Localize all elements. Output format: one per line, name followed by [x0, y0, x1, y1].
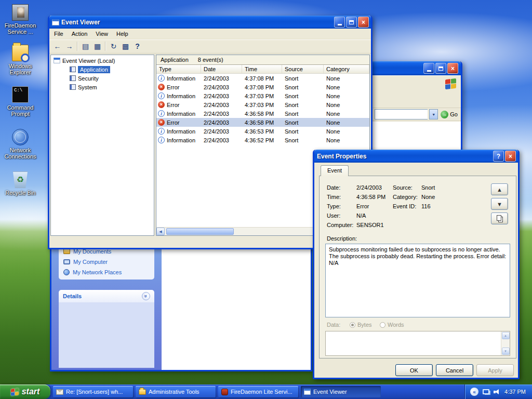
refresh-icon[interactable]: ↻: [108, 41, 119, 52]
menu-file[interactable]: File: [50, 29, 68, 38]
help-icon[interactable]: ?: [131, 41, 143, 52]
column-header-category[interactable]: Category: [324, 65, 369, 73]
desktop-icon-network-connections[interactable]: Network Connections: [1, 129, 39, 159]
browser-window: × ▼ → Go: [373, 61, 462, 151]
description-label: Description:: [327, 235, 357, 242]
back-icon[interactable]: ←: [51, 41, 63, 52]
data-box: ▲ ▼: [325, 331, 510, 356]
event-row-selected[interactable]: Error 2/24/2003 4:36:58 PM Snort None: [156, 118, 369, 127]
dialog-title: Event Properties: [317, 153, 491, 160]
event-row[interactable]: Information 2/24/2003 4:36:58 PM Snort N…: [156, 109, 369, 118]
network-tray-icon[interactable]: [483, 389, 489, 394]
result-event-count: 8 event(s): [198, 57, 223, 63]
event-row[interactable]: Information 2/24/2003 4:36:52 PM Snort N…: [156, 136, 369, 144]
details-panel: Details »: [59, 290, 154, 368]
scroll-left-icon[interactable]: ◀: [156, 228, 165, 235]
close-button[interactable]: ×: [358, 17, 369, 28]
close-button[interactable]: ×: [447, 63, 458, 74]
explorer-window: My Documents My Computer My Network Plac…: [50, 244, 312, 371]
taskbar-task-event-viewer[interactable]: Event Viewer: [301, 386, 381, 397]
description-box[interactable]: Subprocess monitoring failed due to subp…: [325, 244, 510, 317]
column-header-type[interactable]: Type: [156, 65, 201, 73]
desktop-icon-command-prompt[interactable]: Command Prompt: [1, 86, 39, 117]
mail-icon: [56, 389, 63, 395]
desktop-icon-firedaemon[interactable]: FireDaemon Service ...: [1, 4, 39, 35]
event-tab-page: Date: 2/24/2003 Source: Snort Time: 4:36…: [319, 176, 516, 358]
toolbar-separator: [77, 42, 78, 51]
desktop-icon-windows-explorer[interactable]: Windows Explorer: [1, 45, 39, 75]
desktop-icon-recycle-bin[interactable]: ♻ Recycle Bin: [1, 171, 39, 196]
details-header[interactable]: Details »: [59, 290, 154, 302]
taskbar-task-snort-users[interactable]: Re: [Snort-users] wh...: [53, 386, 133, 397]
details-label: Details: [63, 293, 82, 299]
apply-button: Apply: [476, 364, 514, 376]
browser-titlebar[interactable]: ×: [373, 61, 461, 75]
tree-item-label: Security: [78, 75, 99, 82]
dialog-titlebar[interactable]: Event Properties ? ×: [314, 150, 518, 163]
scroll-up-icon: ▲: [502, 332, 510, 339]
tree-item-application[interactable]: Application: [51, 65, 154, 74]
restore-button[interactable]: [346, 17, 357, 28]
data-bytes-radio: Bytes: [350, 322, 372, 328]
tree-item-label: Event Viewer (Local): [62, 58, 115, 64]
radio-selected-icon: [350, 322, 355, 328]
menu-view[interactable]: View: [91, 29, 112, 38]
event-row[interactable]: Error 2/24/2003 4:37:08 PM Snort None: [156, 83, 369, 91]
tree-item-event-viewer-local[interactable]: Event Viewer (Local): [51, 56, 154, 65]
menu-action[interactable]: Action: [68, 29, 92, 38]
event-row[interactable]: Information 2/24/2003 4:36:53 PM Snort N…: [156, 127, 369, 136]
time-value: 4:36:58 PM: [356, 194, 385, 200]
minimize-button[interactable]: [423, 63, 434, 74]
toolbar-separator: [105, 42, 106, 51]
address-dropdown-icon[interactable]: ▼: [429, 109, 438, 119]
column-header-source[interactable]: Source: [282, 65, 324, 73]
toolbar: ← → ▤ ▦ ↻ ▩ ?: [49, 39, 371, 54]
clock[interactable]: 4:37 PM: [504, 389, 526, 395]
help-button[interactable]: ?: [493, 151, 504, 162]
forward-icon[interactable]: →: [63, 41, 75, 52]
maximize-button[interactable]: [435, 63, 446, 74]
address-input[interactable]: [375, 109, 428, 119]
taskbar-task-administrative-tools[interactable]: Administrative Tools: [136, 386, 216, 397]
cancel-button[interactable]: Cancel: [436, 364, 473, 376]
close-button[interactable]: ×: [505, 151, 516, 162]
column-header-time[interactable]: Time: [242, 65, 282, 73]
my-computer-icon: [63, 259, 70, 264]
event-row[interactable]: Information 2/24/2003 4:37:03 PM Snort N…: [156, 91, 369, 100]
desktop: FireDaemon Service ... Windows Explorer …: [0, 0, 532, 399]
tree-item-security[interactable]: Security: [51, 74, 154, 83]
link-my-computer[interactable]: My Computer: [63, 259, 150, 265]
minimize-button[interactable]: [334, 17, 345, 28]
information-icon: [158, 137, 165, 143]
type-label: Type:: [327, 203, 341, 209]
start-button[interactable]: start: [0, 384, 50, 399]
volume-tray-icon[interactable]: [494, 389, 500, 395]
ok-button[interactable]: OK: [395, 364, 433, 376]
arrow-down-icon: ▼: [497, 201, 502, 207]
result-log-name: Application: [161, 57, 189, 63]
tab-event[interactable]: Event: [321, 165, 349, 176]
taskbar-task-firedaemon[interactable]: FireDaemon Lite Servi...: [218, 386, 298, 397]
window-title: Event Viewer: [61, 19, 332, 26]
next-event-button[interactable]: ▼: [491, 198, 508, 210]
show-tree-icon[interactable]: ▤: [79, 41, 91, 52]
link-my-network-places[interactable]: My Network Places: [63, 269, 150, 275]
go-button[interactable]: → Go: [440, 111, 459, 118]
log-book-icon: [70, 75, 76, 81]
previous-event-button[interactable]: ▲: [491, 183, 508, 195]
hide-icons-chevron-icon[interactable]: «: [470, 388, 478, 396]
event-viewer-titlebar[interactable]: Event Viewer ×: [49, 16, 371, 29]
properties-icon[interactable]: ▦: [91, 41, 103, 52]
tree-item-system[interactable]: System: [51, 83, 154, 91]
category-label: Category:: [393, 194, 418, 200]
event-row[interactable]: Error 2/24/2003 4:37:03 PM Snort None: [156, 100, 369, 109]
chevron-collapse-icon[interactable]: »: [142, 292, 150, 300]
event-row[interactable]: Information 2/24/2003 4:37:08 PM Snort N…: [156, 74, 369, 83]
export-list-icon[interactable]: ▩: [119, 41, 131, 52]
copy-event-button[interactable]: [491, 212, 508, 224]
scrollbar-thumb[interactable]: [166, 228, 234, 235]
description-text: Subprocess monitoring failed due to subp…: [329, 246, 506, 266]
column-header-date[interactable]: Date: [201, 65, 242, 73]
menu-help[interactable]: Help: [112, 29, 132, 38]
data-words-radio: Words: [380, 322, 404, 328]
